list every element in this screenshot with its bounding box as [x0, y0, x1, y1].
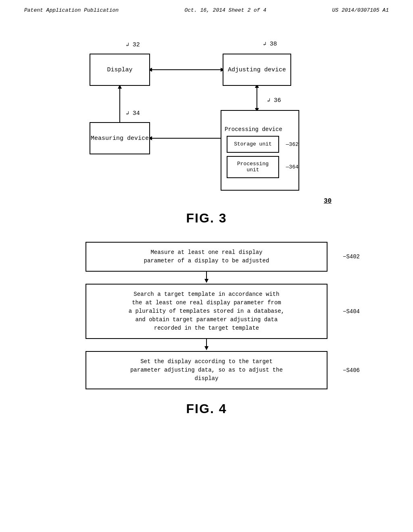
- main-content: Display ↲ 32 Adjusting device ↲ 38 Measu…: [0, 17, 413, 445]
- processing-device-label: Processing device: [225, 126, 295, 133]
- step-s406-label: −S406: [343, 367, 360, 374]
- step-s406-box: Set the display according to the targetp…: [86, 351, 327, 389]
- display-box: Display: [90, 54, 150, 86]
- fig4-caption: FIG. 4: [32, 401, 381, 416]
- svg-marker-12: [204, 279, 209, 283]
- flow-diagram: Measure at least one real displayparamet…: [86, 242, 327, 389]
- processing-unit-box: Processingunit —364: [227, 156, 279, 178]
- ref-32: ↲ 32: [126, 42, 140, 48]
- page-header: Patent Application Publication Oct. 16, …: [0, 0, 413, 17]
- step-s402-text: Measure at least one real displayparamet…: [144, 249, 269, 264]
- processing-device-box: Processing device Storage unit —362 Proc…: [221, 110, 299, 191]
- down-arrow-2: [200, 339, 213, 351]
- ref-34: ↲ 34: [126, 110, 140, 117]
- step-s402-label: −S402: [343, 254, 360, 260]
- step-s402-box: Measure at least one real displayparamet…: [86, 242, 327, 272]
- fig3-caption: FIG. 3: [32, 211, 381, 226]
- ref-30: 30: [324, 197, 332, 205]
- ref-362: —362: [286, 141, 298, 147]
- step-s402: Measure at least one real displayparamet…: [86, 242, 327, 272]
- processing-unit-label: Processingunit: [237, 161, 269, 173]
- measuring-label: Measuring device: [91, 135, 149, 142]
- step-s404-text: Search a target template in accordance w…: [129, 291, 284, 331]
- step-s404-box: Search a target template in accordance w…: [86, 284, 327, 339]
- adjusting-device-box: Adjusting device: [223, 54, 291, 86]
- display-label: Display: [107, 66, 132, 73]
- header-right: US 2014/0307105 A1: [332, 7, 389, 13]
- fig3-container: Display ↲ 32 Adjusting device ↲ 38 Measu…: [32, 29, 381, 207]
- svg-marker-14: [204, 346, 209, 350]
- step-s406-text: Set the display according to the targetp…: [130, 358, 283, 382]
- arrow-2: [86, 339, 327, 351]
- ref-364: —364: [286, 164, 298, 170]
- adjusting-label: Adjusting device: [228, 66, 286, 73]
- step-s404-label: −S404: [343, 308, 360, 315]
- header-middle: Oct. 16, 2014 Sheet 2 of 4: [184, 7, 266, 13]
- fig4-container: Measure at least one real displayparamet…: [32, 242, 381, 389]
- measuring-device-box: Measuring device: [90, 122, 150, 154]
- ref-36: ↲ 36: [267, 97, 281, 104]
- down-arrow-1: [200, 272, 213, 284]
- step-s406: Set the display according to the targetp…: [86, 351, 327, 389]
- arrow-1: [86, 272, 327, 284]
- ref-38: ↲ 38: [263, 41, 277, 48]
- step-s404: Search a target template in accordance w…: [86, 284, 327, 339]
- header-left: Patent Application Publication: [24, 7, 119, 13]
- storage-unit-box: Storage unit —362: [227, 136, 279, 153]
